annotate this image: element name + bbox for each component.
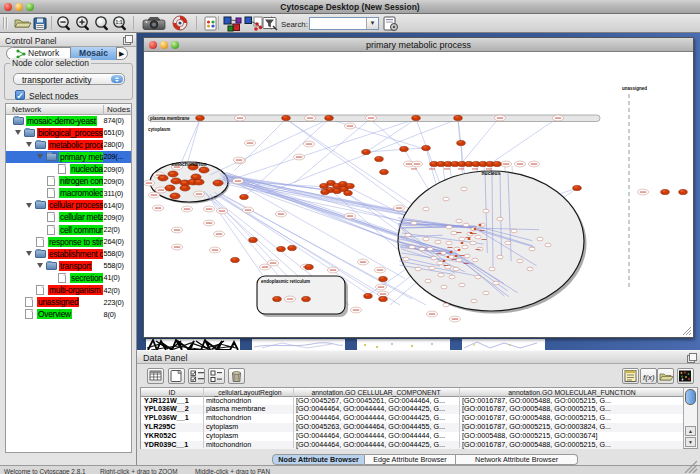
svg-text:plasma membrane: plasma membrane xyxy=(150,116,190,121)
svg-text:endoplasmic reticulum: endoplasmic reticulum xyxy=(261,279,310,284)
svg-text:1:1: 1:1 xyxy=(115,19,122,25)
svg-text:f(x): f(x) xyxy=(643,373,655,382)
svg-text:nucleus: nucleus xyxy=(482,170,501,176)
svg-text:unassigned: unassigned xyxy=(622,86,647,91)
svg-text:cytoplasm: cytoplasm xyxy=(148,127,170,132)
svg-text:mitochondrion: mitochondrion xyxy=(172,161,207,167)
